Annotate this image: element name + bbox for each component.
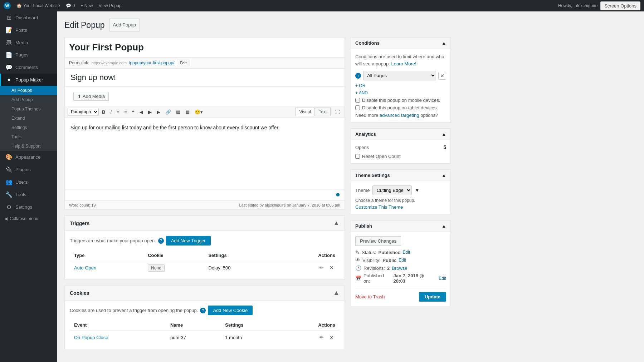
cookies-metabox-body: Cookies are used to prevent a trigger fr… bbox=[65, 301, 345, 349]
paragraph-format-select[interactable]: Paragraph bbox=[68, 108, 99, 116]
publish-actions: Move to Trash Update bbox=[355, 288, 446, 302]
sidebar-item-appearance[interactable]: 🎨 Appearance bbox=[0, 151, 57, 163]
sidebar-item-plugins[interactable]: 🔌 Plugins bbox=[0, 163, 57, 176]
sidebar-item-media[interactable]: 🖼 Media bbox=[0, 36, 57, 49]
submenu-item-settings[interactable]: Settings bbox=[0, 123, 57, 132]
submenu-item-all-popups[interactable]: All Popups bbox=[0, 86, 57, 95]
analytics-title: Analytics bbox=[355, 132, 376, 137]
username: alexchiguire bbox=[575, 3, 597, 8]
cookie-event-link[interactable]: On Popup Close bbox=[74, 335, 108, 340]
fullscreen-button[interactable]: ⛶ bbox=[333, 108, 342, 116]
triggers-toggle-icon: ▲ bbox=[333, 219, 340, 227]
conditions-header[interactable]: Conditions ▲ bbox=[351, 38, 450, 49]
editor-toolbar: Paragraph B I ≡ ≡ ❝ ◀ ▶ ▶ 🔗 bbox=[65, 106, 345, 118]
trigger-delete-button[interactable]: ✕ bbox=[328, 264, 335, 271]
published-edit-link[interactable]: Edit bbox=[439, 276, 446, 281]
ordered-list-button[interactable]: ≡ bbox=[123, 108, 129, 116]
site-name-link[interactable]: 🏠 Your Local Website bbox=[16, 3, 60, 8]
screen-options-button[interactable]: Screen Options bbox=[600, 1, 640, 10]
reset-count-checkbox[interactable] bbox=[355, 154, 360, 159]
move-to-trash-link[interactable]: Move to Trash bbox=[355, 294, 385, 299]
submenu-item-add-popup[interactable]: Add Popup bbox=[0, 95, 57, 104]
submenu-item-tools[interactable]: Tools bbox=[0, 132, 57, 142]
sidebar-item-popup-maker[interactable]: ● Popup Maker bbox=[0, 74, 57, 86]
trigger-edit-button[interactable]: ✏ bbox=[318, 264, 325, 271]
visual-tab[interactable]: Visual bbox=[296, 108, 315, 116]
preview-changes-button[interactable]: Preview Changes bbox=[355, 236, 401, 246]
sidebar-item-tools[interactable]: 🔧 Tools bbox=[0, 188, 57, 201]
add-media-button[interactable]: ⬆ Add Media bbox=[73, 92, 109, 101]
sidebar-item-settings[interactable]: ⚙ Settings bbox=[0, 201, 57, 213]
bold-button[interactable]: B bbox=[100, 108, 107, 116]
cookies-metabox-header[interactable]: Cookies ▲ bbox=[65, 286, 345, 301]
sidebar-item-comments[interactable]: 💬 Comments bbox=[0, 61, 57, 74]
cookie-name: pum-37 bbox=[166, 331, 221, 344]
text-tab[interactable]: Text bbox=[315, 108, 331, 116]
submenu-item-popup-themes[interactable]: Popup Themes bbox=[0, 104, 57, 114]
popup-maker-submenu: All Popups Add Popup Popup Themes Extend… bbox=[0, 86, 57, 151]
and-link[interactable]: + AND bbox=[355, 90, 368, 95]
link-button[interactable]: 🔗 bbox=[164, 108, 173, 116]
submenu-item-help[interactable]: Help & Support bbox=[0, 142, 57, 151]
italic-button[interactable]: I bbox=[108, 108, 113, 116]
analytics-header[interactable]: Analytics ▲ bbox=[351, 129, 450, 140]
condition-remove-button[interactable]: ✕ bbox=[438, 72, 446, 80]
customize-theme-link[interactable]: Customize This Theme bbox=[355, 204, 403, 210]
editor-content[interactable]: Sign up for our mailing list today and b… bbox=[65, 118, 345, 189]
blockquote-button[interactable]: ❝ bbox=[130, 108, 136, 116]
disable-mobile-checkbox[interactable] bbox=[355, 98, 360, 103]
publish-header[interactable]: Publish ▲ bbox=[351, 220, 450, 232]
sidebar-item-posts[interactable]: 📝 Posts bbox=[0, 24, 57, 36]
edit-permalink-button[interactable]: Edit bbox=[177, 60, 190, 66]
condition-row: i All Pages ✕ bbox=[355, 71, 446, 80]
submenu-item-extend[interactable]: Extend bbox=[0, 114, 57, 123]
add-cookie-button[interactable]: Add New Cookie bbox=[208, 306, 253, 315]
disable-tablet-checkbox[interactable] bbox=[355, 105, 360, 110]
visibility-icon: 👁 bbox=[355, 257, 360, 263]
align-right-button[interactable]: ▶ bbox=[155, 108, 162, 116]
visibility-label: Visibility: bbox=[362, 258, 380, 263]
visibility-edit-link[interactable]: Edit bbox=[399, 258, 406, 263]
unordered-list-button[interactable]: ≡ bbox=[115, 108, 121, 116]
cookie-edit-button[interactable]: ✏ bbox=[318, 334, 325, 341]
publish-metabox: Publish ▲ Preview Changes ✎ Status: Publ… bbox=[351, 220, 451, 306]
theme-select[interactable]: Cutting Edge bbox=[372, 185, 412, 195]
cookies-help-icon[interactable]: ? bbox=[200, 308, 206, 313]
permalink-url[interactable]: /popup/your-first-popup/ bbox=[129, 60, 174, 65]
learn-more-link[interactable]: Learn More! bbox=[391, 61, 416, 66]
more-button[interactable]: ▦ bbox=[184, 108, 191, 116]
triggers-help-icon[interactable]: ? bbox=[158, 238, 164, 244]
post-title-input[interactable] bbox=[69, 40, 340, 54]
advanced-targeting-link[interactable]: advanced targeting bbox=[380, 113, 419, 118]
emoji-button[interactable]: 🙂▾ bbox=[193, 108, 205, 116]
sidebar-item-pages[interactable]: 📄 Pages bbox=[0, 49, 57, 61]
align-left-button[interactable]: ◀ bbox=[138, 108, 145, 116]
view-popup-link[interactable]: View Popup bbox=[99, 3, 122, 8]
content-paragraph: Sign up for our mailing list today and b… bbox=[70, 124, 339, 132]
align-center-button[interactable]: ▶ bbox=[146, 108, 153, 116]
publish-title: Publish bbox=[355, 223, 372, 229]
collapse-menu-button[interactable]: ◀ Collapse menu bbox=[0, 213, 57, 224]
triggers-metabox-header[interactable]: Triggers ▲ bbox=[65, 216, 345, 231]
tools-icon: 🔧 bbox=[5, 191, 13, 198]
update-button[interactable]: Update bbox=[419, 292, 446, 302]
visibility-value: Public bbox=[382, 258, 396, 263]
editor-bottom-icon[interactable]: ● bbox=[336, 190, 340, 199]
sidebar-item-dashboard[interactable]: ⊞ Dashboard bbox=[0, 11, 57, 24]
sidebar-item-users[interactable]: 👥 Users bbox=[0, 176, 57, 188]
condition-select[interactable]: All Pages bbox=[363, 71, 436, 80]
wp-logo-link[interactable]: W bbox=[4, 2, 11, 9]
table-button[interactable]: ▦ bbox=[174, 108, 182, 116]
status-icon: ✎ bbox=[355, 249, 360, 255]
or-link[interactable]: + OR bbox=[355, 83, 365, 88]
comments-link[interactable]: 💬 0 bbox=[66, 3, 75, 8]
status-edit-link[interactable]: Edit bbox=[403, 250, 410, 255]
add-trigger-button[interactable]: Add New Trigger bbox=[166, 236, 211, 246]
trigger-type-link[interactable]: Auto Open bbox=[74, 265, 96, 271]
theme-settings-header[interactable]: Theme Settings ▲ bbox=[351, 170, 450, 181]
revisions-browse-link[interactable]: Browse bbox=[392, 266, 407, 271]
add-popup-button[interactable]: Add Popup bbox=[109, 19, 140, 31]
status-label: Status: bbox=[362, 250, 376, 255]
new-content-link[interactable]: + New bbox=[80, 3, 93, 8]
cookie-delete-button[interactable]: ✕ bbox=[328, 334, 335, 341]
